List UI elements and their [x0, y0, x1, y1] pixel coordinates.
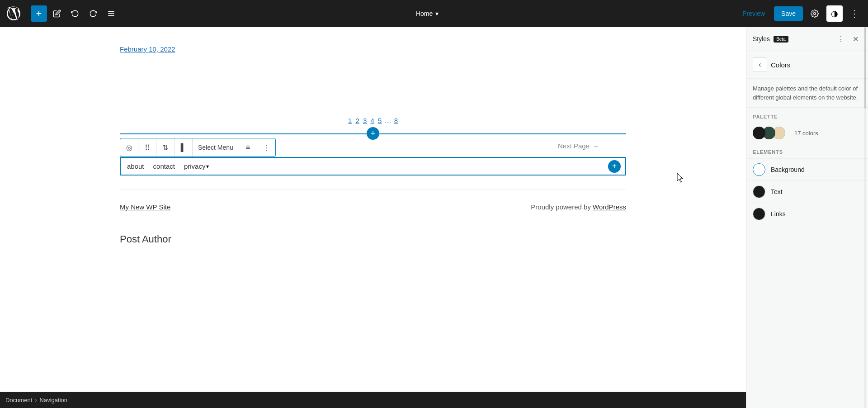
- svg-point-3: [814, 13, 816, 15]
- home-arrow-icon: ▾: [435, 10, 439, 17]
- panel-scrollbar: [864, 27, 867, 408]
- panel-header-actions: ⋮ ✕: [835, 33, 862, 45]
- toolbar-left: +: [27, 5, 123, 22]
- settings-button[interactable]: [807, 5, 823, 22]
- wp-logo: [0, 0, 27, 27]
- styles-panel: Styles Beta ⋮ ✕ ‹ Colors Manage palettes…: [746, 27, 868, 408]
- text-color-preview: [753, 185, 765, 198]
- chevron-down-icon: ▾: [206, 163, 209, 170]
- text-element-row[interactable]: Text: [746, 180, 868, 203]
- preview-button[interactable]: Preview: [737, 7, 770, 20]
- select-menu-btn[interactable]: Select Menu: [193, 138, 239, 157]
- swatch-dark[interactable]: [753, 127, 765, 139]
- panel-description: Manage palettes and the default color of…: [746, 79, 868, 108]
- theme-icon: ◑: [831, 9, 838, 19]
- background-color-preview: [753, 163, 765, 176]
- editor-main: February 10, 2022 1 2 3 4 5 … 8 + ◎: [0, 27, 746, 408]
- site-footer: My New WP Site Proudly powered by WordPr…: [120, 189, 626, 224]
- beta-badge: Beta: [774, 36, 788, 43]
- move-up-down-btn[interactable]: ⇅: [156, 138, 175, 157]
- align-icon: ▌: [181, 143, 186, 152]
- page-4-link[interactable]: 4: [371, 117, 374, 124]
- palette-section-label: PALETTE: [746, 108, 868, 123]
- block-controls-row: ◎ ⠿ ⇅ ▌ Select Menu ≡: [120, 134, 626, 157]
- panel-more-button[interactable]: ⋮: [835, 33, 847, 45]
- background-label: Background: [771, 166, 805, 173]
- scroll-track: [864, 27, 866, 408]
- redo-button[interactable]: [85, 5, 101, 22]
- panel-content: ‹ Colors Manage palettes and the default…: [746, 51, 868, 408]
- page-1-link[interactable]: 1: [348, 117, 352, 124]
- drag-icon: ⠿: [145, 143, 150, 152]
- align-lines-btn[interactable]: ≡: [239, 138, 257, 157]
- nav-add-item-button[interactable]: +: [608, 160, 621, 173]
- pagination: 1 2 3 4 5 … 8: [120, 117, 626, 124]
- links-element-row[interactable]: Links: [746, 203, 868, 225]
- block-more-btn[interactable]: ⋮: [257, 138, 275, 157]
- block-toolbar-wrapper: + ◎ ⠿ ⇅ ▌ Select Menu: [120, 133, 626, 176]
- site-name-link[interactable]: My New WP Site: [120, 203, 170, 211]
- nav-about-link[interactable]: about: [127, 162, 144, 170]
- page-8-link[interactable]: 8: [394, 117, 398, 124]
- wordpress-icon: [5, 5, 22, 22]
- panel-header: Styles Beta ⋮ ✕: [746, 27, 868, 51]
- nav-privacy-link[interactable]: privacy: [184, 162, 206, 170]
- align-lines-icon: ≡: [246, 143, 250, 152]
- elements-section: Background Text Links: [746, 158, 868, 225]
- block-controls: ◎ ⠿ ⇅ ▌ Select Menu ≡: [120, 138, 276, 157]
- toolbar-right: Preview Save ◑ ⋮: [731, 5, 868, 22]
- panel-close-button[interactable]: ✕: [849, 33, 862, 45]
- next-page-arrow: →: [592, 142, 599, 150]
- styles-label: Styles: [753, 35, 770, 43]
- scroll-thumb: [864, 27, 866, 109]
- breadcrumb-navigation[interactable]: Navigation: [40, 397, 67, 403]
- page-3-link[interactable]: 3: [363, 117, 367, 124]
- wordpress-link[interactable]: WordPress: [593, 203, 626, 211]
- home-label: Home: [416, 10, 433, 17]
- nav-menu-block: about contact privacy ▾ +: [120, 157, 626, 176]
- breadcrumb-bar: Document › Navigation: [0, 392, 746, 408]
- back-button[interactable]: ‹: [753, 57, 767, 72]
- nav-privacy-dropdown[interactable]: privacy ▾: [184, 162, 209, 170]
- breadcrumb-document[interactable]: Document: [5, 397, 32, 403]
- text-label: Text: [771, 188, 783, 195]
- toolbar-center: Home ▾: [123, 6, 731, 21]
- block-align-btn[interactable]: ▌: [175, 138, 193, 157]
- footer-right: Proudly powered by WordPress: [531, 203, 626, 211]
- move-icon: ⇅: [162, 143, 168, 152]
- post-author-label: Post Author: [120, 233, 626, 245]
- elements-section-label: ELEMENTS: [746, 143, 868, 158]
- post-date-link[interactable]: February 10, 2022: [120, 45, 175, 53]
- navigation-icon-btn[interactable]: ◎: [120, 138, 138, 157]
- palette-row: 17 colors: [746, 123, 868, 143]
- page-5-link[interactable]: 5: [378, 117, 382, 124]
- add-block-button[interactable]: +: [31, 5, 47, 22]
- description-text: Manage palettes and the default color of…: [753, 85, 858, 101]
- links-color-preview: [753, 208, 765, 220]
- details-button[interactable]: [103, 5, 119, 22]
- background-element-row[interactable]: Background: [746, 158, 868, 180]
- editor-content: February 10, 2022 1 2 3 4 5 … 8 + ◎: [93, 27, 653, 281]
- more-icon: ⋮: [850, 8, 859, 19]
- toolbar: + Home ▾ Preview Save ◑ ⋮: [0, 0, 868, 27]
- powered-by-text: Proudly powered by: [531, 203, 593, 211]
- pagination-numbers: 1 2 3 4 5 … 8: [347, 117, 399, 124]
- links-label: Links: [771, 210, 786, 218]
- block-more-icon: ⋮: [263, 143, 270, 152]
- drag-handle-btn[interactable]: ⠿: [138, 138, 156, 157]
- page-2-link[interactable]: 2: [355, 117, 359, 124]
- home-button[interactable]: Home ▾: [410, 6, 444, 21]
- panel-back-colors: ‹ Colors: [746, 51, 868, 79]
- navigation-icon: ◎: [126, 143, 132, 152]
- palette-count: 17 colors: [794, 130, 818, 137]
- breadcrumb-separator: ›: [35, 397, 37, 403]
- more-options-button[interactable]: ⋮: [846, 5, 863, 22]
- save-button[interactable]: Save: [774, 6, 803, 21]
- next-page-link[interactable]: Next Page →: [558, 142, 599, 150]
- undo-button[interactable]: [67, 5, 83, 22]
- edit-button[interactable]: [49, 5, 65, 22]
- nav-contact-link[interactable]: contact: [153, 162, 175, 170]
- theme-toggle-button[interactable]: ◑: [826, 5, 843, 22]
- panel-title: Styles Beta: [753, 35, 788, 43]
- colors-title: Colors: [771, 61, 790, 69]
